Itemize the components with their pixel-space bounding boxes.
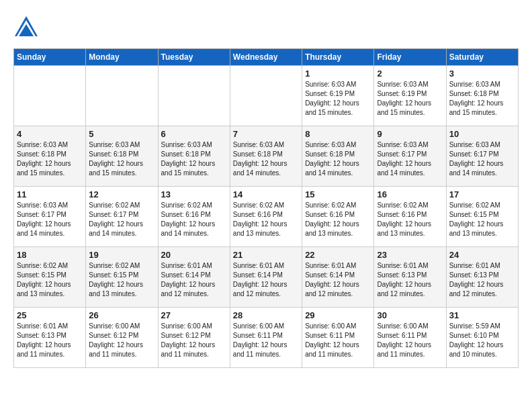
calendar-cell: 8Sunrise: 6:03 AM Sunset: 6:18 PM Daylig… [302,126,374,187]
calendar-cell: 17Sunrise: 6:02 AM Sunset: 6:15 PM Dayli… [446,187,518,247]
calendar-cell: 4Sunrise: 6:03 AM Sunset: 6:18 PM Daylig… [14,126,86,187]
day-info: Sunrise: 6:02 AM Sunset: 6:15 PM Dayligh… [89,261,154,299]
calendar-cell: 27Sunrise: 6:00 AM Sunset: 6:12 PM Dayli… [158,308,230,368]
day-number: 19 [89,250,154,260]
calendar-cell: 2Sunrise: 6:03 AM Sunset: 6:19 PM Daylig… [374,66,446,126]
day-number: 26 [89,310,154,320]
day-number: 14 [233,189,299,199]
calendar-cell: 30Sunrise: 6:00 AM Sunset: 6:11 PM Dayli… [374,308,446,368]
week-row-4: 18Sunrise: 6:02 AM Sunset: 6:15 PM Dayli… [14,247,519,308]
calendar-cell: 24Sunrise: 6:01 AM Sunset: 6:13 PM Dayli… [446,247,518,308]
page-header [13,13,519,42]
day-number: 22 [305,250,371,260]
calendar-cell: 3Sunrise: 6:03 AM Sunset: 6:18 PM Daylig… [446,66,518,126]
calendar-cell: 23Sunrise: 6:01 AM Sunset: 6:13 PM Dayli… [374,247,446,308]
day-info: Sunrise: 6:03 AM Sunset: 6:17 PM Dayligh… [17,201,83,238]
day-info: Sunrise: 6:00 AM Sunset: 6:12 PM Dayligh… [89,322,154,359]
day-info: Sunrise: 6:03 AM Sunset: 6:18 PM Dayligh… [449,80,515,118]
day-info: Sunrise: 6:01 AM Sunset: 6:14 PM Dayligh… [305,261,371,299]
day-number: 29 [305,310,371,320]
day-number: 18 [17,250,83,260]
calendar-cell: 22Sunrise: 6:01 AM Sunset: 6:14 PM Dayli… [302,247,374,308]
day-info: Sunrise: 6:01 AM Sunset: 6:14 PM Dayligh… [161,261,227,299]
calendar-cell: 26Sunrise: 6:00 AM Sunset: 6:12 PM Dayli… [86,308,158,368]
day-number: 5 [89,129,154,139]
calendar-cell [158,66,230,126]
day-number: 27 [161,310,227,320]
day-number: 11 [17,189,83,199]
calendar-cell: 19Sunrise: 6:02 AM Sunset: 6:15 PM Dayli… [86,247,158,308]
calendar-cell: 5Sunrise: 6:03 AM Sunset: 6:18 PM Daylig… [86,126,158,187]
day-info: Sunrise: 6:03 AM Sunset: 6:17 PM Dayligh… [449,140,515,178]
calendar-cell [14,66,86,126]
calendar-cell: 14Sunrise: 6:02 AM Sunset: 6:16 PM Dayli… [230,187,302,247]
calendar-cell: 20Sunrise: 6:01 AM Sunset: 6:14 PM Dayli… [158,247,230,308]
day-info: Sunrise: 6:03 AM Sunset: 6:18 PM Dayligh… [305,140,371,178]
day-info: Sunrise: 6:03 AM Sunset: 6:18 PM Dayligh… [233,140,299,178]
day-number: 24 [449,250,515,260]
weekday-header-row: SundayMondayTuesdayWednesdayThursdayFrid… [14,49,519,66]
calendar-cell [230,66,302,126]
day-number: 16 [377,189,443,199]
day-info: Sunrise: 6:01 AM Sunset: 6:13 PM Dayligh… [377,261,443,299]
day-number: 1 [305,68,371,79]
calendar-table: SundayMondayTuesdayWednesdayThursdayFrid… [13,48,519,368]
day-number: 13 [161,189,227,199]
day-info: Sunrise: 6:00 AM Sunset: 6:11 PM Dayligh… [305,322,371,359]
day-info: Sunrise: 6:03 AM Sunset: 6:18 PM Dayligh… [161,140,227,178]
day-number: 10 [449,129,515,139]
calendar-cell: 10Sunrise: 6:03 AM Sunset: 6:17 PM Dayli… [446,126,518,187]
calendar-cell: 13Sunrise: 6:02 AM Sunset: 6:16 PM Dayli… [158,187,230,247]
calendar-cell: 7Sunrise: 6:03 AM Sunset: 6:18 PM Daylig… [230,126,302,187]
calendar-cell: 12Sunrise: 6:02 AM Sunset: 6:17 PM Dayli… [86,187,158,247]
day-info: Sunrise: 6:03 AM Sunset: 6:18 PM Dayligh… [17,140,83,178]
day-info: Sunrise: 5:59 AM Sunset: 6:10 PM Dayligh… [449,322,515,359]
weekday-header-monday: Monday [86,49,158,66]
day-info: Sunrise: 6:00 AM Sunset: 6:12 PM Dayligh… [161,322,227,359]
day-info: Sunrise: 6:03 AM Sunset: 6:18 PM Dayligh… [89,140,154,178]
day-info: Sunrise: 6:02 AM Sunset: 6:15 PM Dayligh… [17,261,83,299]
day-number: 25 [17,310,83,320]
calendar-cell: 16Sunrise: 6:02 AM Sunset: 6:16 PM Dayli… [374,187,446,247]
day-info: Sunrise: 6:03 AM Sunset: 6:19 PM Dayligh… [305,80,371,118]
day-number: 17 [449,189,515,199]
day-info: Sunrise: 6:01 AM Sunset: 6:14 PM Dayligh… [233,261,299,299]
day-number: 3 [449,68,515,79]
calendar-cell: 11Sunrise: 6:03 AM Sunset: 6:17 PM Dayli… [14,187,86,247]
day-info: Sunrise: 6:02 AM Sunset: 6:15 PM Dayligh… [449,201,515,238]
weekday-header-sunday: Sunday [14,49,86,66]
day-number: 4 [17,129,83,139]
day-info: Sunrise: 6:03 AM Sunset: 6:17 PM Dayligh… [377,140,443,178]
calendar-cell: 28Sunrise: 6:00 AM Sunset: 6:11 PM Dayli… [230,308,302,368]
logo [13,13,42,42]
day-number: 9 [377,129,443,139]
day-info: Sunrise: 6:02 AM Sunset: 6:17 PM Dayligh… [89,201,154,238]
day-info: Sunrise: 6:02 AM Sunset: 6:16 PM Dayligh… [377,201,443,238]
calendar-cell: 1Sunrise: 6:03 AM Sunset: 6:19 PM Daylig… [302,66,374,126]
day-number: 30 [377,310,443,320]
weekday-header-friday: Friday [374,49,446,66]
day-number: 8 [305,129,371,139]
day-number: 21 [233,250,299,260]
calendar-cell: 6Sunrise: 6:03 AM Sunset: 6:18 PM Daylig… [158,126,230,187]
weekday-header-saturday: Saturday [446,49,518,66]
day-info: Sunrise: 6:01 AM Sunset: 6:13 PM Dayligh… [17,322,83,359]
week-row-5: 25Sunrise: 6:01 AM Sunset: 6:13 PM Dayli… [14,308,519,368]
day-info: Sunrise: 6:02 AM Sunset: 6:16 PM Dayligh… [161,201,227,238]
weekday-header-tuesday: Tuesday [158,49,230,66]
weekday-header-thursday: Thursday [302,49,374,66]
calendar-cell: 29Sunrise: 6:00 AM Sunset: 6:11 PM Dayli… [302,308,374,368]
day-info: Sunrise: 6:01 AM Sunset: 6:13 PM Dayligh… [449,261,515,299]
week-row-2: 4Sunrise: 6:03 AM Sunset: 6:18 PM Daylig… [14,126,519,187]
day-number: 15 [305,189,371,199]
calendar-cell: 21Sunrise: 6:01 AM Sunset: 6:14 PM Dayli… [230,247,302,308]
week-row-1: 1Sunrise: 6:03 AM Sunset: 6:19 PM Daylig… [14,66,519,126]
day-number: 6 [161,129,227,139]
week-row-3: 11Sunrise: 6:03 AM Sunset: 6:17 PM Dayli… [14,187,519,247]
logo-icon [13,13,39,42]
weekday-header-wednesday: Wednesday [230,49,302,66]
calendar-cell [86,66,158,126]
calendar-cell: 25Sunrise: 6:01 AM Sunset: 6:13 PM Dayli… [14,308,86,368]
day-info: Sunrise: 6:02 AM Sunset: 6:16 PM Dayligh… [233,201,299,238]
day-number: 28 [233,310,299,320]
